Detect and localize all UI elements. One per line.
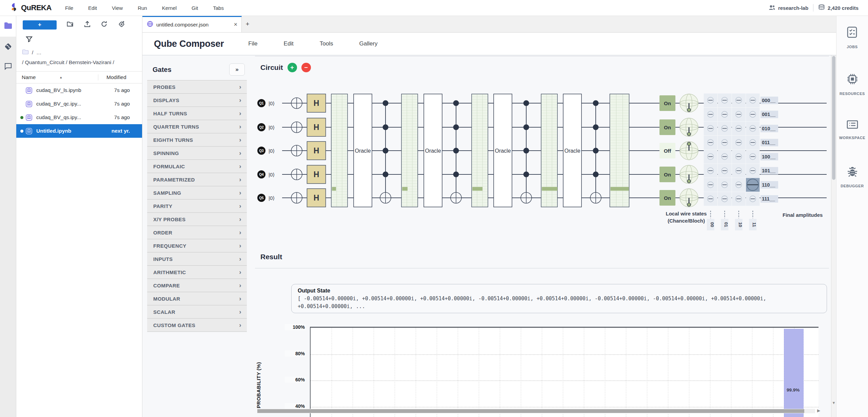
upload-icon[interactable]: [84, 21, 91, 29]
gate-category-order[interactable]: ORDER›: [147, 226, 247, 239]
control-dot[interactable]: [383, 172, 389, 177]
control-dot[interactable]: [593, 172, 599, 177]
gate-category-spinning[interactable]: SPINNING›: [147, 146, 247, 159]
workspace-chip[interactable]: research-lab: [768, 5, 808, 11]
control-dot[interactable]: [524, 100, 529, 106]
horizontal-scrollbar[interactable]: [257, 409, 815, 413]
circuit-canvas[interactable]: Q1|0⟩Q2|0⟩Q3|0⟩Q4|0⟩Q5|0⟩HHHHHOracleOrac…: [255, 80, 829, 239]
gate-category-formulaic[interactable]: FORMULAIC›: [147, 159, 247, 173]
menu-item-file[interactable]: File: [65, 5, 73, 11]
breadcrumb-path[interactable]: / Quantum_Circuit / Bernstein-Vazirani /: [22, 58, 132, 67]
add-qubit-button[interactable]: +: [288, 63, 297, 72]
tab-untitled-composer[interactable]: untitled.composer.json ×: [142, 16, 242, 32]
sidebar-item-resources[interactable]: RESOURCES: [840, 73, 865, 120]
gate-category-inputs[interactable]: INPUTS›: [147, 252, 247, 265]
vertical-scrollbar-thumb[interactable]: [832, 56, 835, 180]
chevron-right-icon: ›: [239, 295, 241, 302]
svg-text:H: H: [314, 99, 319, 108]
gate-category-sampling[interactable]: SAMPLING›: [147, 186, 247, 199]
menu-item-run[interactable]: Run: [138, 5, 147, 11]
control-dot[interactable]: [524, 148, 529, 154]
file-row[interactable]: cudaq_BV_qs.ipy...7s ago: [16, 111, 142, 124]
new-tab-button[interactable]: +: [242, 16, 253, 32]
file-row[interactable]: cudaq_BV_qc.ipy...7s ago: [16, 97, 142, 111]
svg-text:Q5: Q5: [259, 196, 264, 200]
chat-panel-icon[interactable]: [0, 56, 16, 76]
file-browser-icon[interactable]: [4, 22, 13, 31]
gate-category-half-turns[interactable]: HALF TURNS›: [147, 107, 247, 120]
control-dot[interactable]: [383, 148, 389, 154]
breadcrumb-folder-icon[interactable]: [22, 49, 29, 56]
composer-menu-tools[interactable]: Tools: [320, 40, 333, 47]
gridline-vertical: [521, 328, 521, 417]
composer-menu-gallery[interactable]: Gallery: [359, 40, 378, 47]
remove-qubit-button[interactable]: −: [301, 63, 311, 72]
notebook-file-icon: [25, 87, 33, 94]
name-column-label: Name: [22, 74, 36, 80]
refresh-icon[interactable]: [101, 21, 107, 29]
control-dot[interactable]: [524, 172, 529, 177]
control-dot[interactable]: [593, 100, 599, 106]
file-row[interactable]: cudaq_BV_ls.ipynb7s ago: [16, 83, 142, 97]
control-dot[interactable]: [524, 125, 529, 130]
new-folder-icon[interactable]: [67, 21, 74, 29]
control-dot[interactable]: [453, 148, 459, 154]
horizontal-scrollbar-thumb[interactable]: [257, 409, 804, 413]
composer-menu-edit[interactable]: Edit: [284, 40, 294, 47]
file-row[interactable]: Untitled.ipynbnext yr.: [16, 124, 142, 138]
gate-category-custom-gates[interactable]: CUSTOM GATES›: [147, 318, 247, 331]
gate-category-parametrized[interactable]: PARAMETRIZED›: [147, 173, 247, 186]
breadcrumb-root[interactable]: /: [32, 50, 33, 55]
svg-text:H: H: [314, 193, 319, 202]
svg-text:On: On: [664, 100, 671, 106]
credits-chip[interactable]: 2,420 credits: [818, 4, 859, 11]
file-list-header: Name ▲ Modified: [16, 71, 142, 83]
git-init-icon[interactable]: [118, 20, 125, 29]
menu-item-view[interactable]: View: [112, 5, 123, 11]
gate-category-scalar[interactable]: SCALAR›: [147, 305, 247, 318]
menu-item-tabs[interactable]: Tabs: [213, 5, 224, 11]
git-panel-icon[interactable]: [0, 37, 16, 56]
sort-by-modified-header[interactable]: Modified: [98, 74, 142, 80]
composer-menu-file[interactable]: File: [248, 40, 257, 47]
control-dot[interactable]: [453, 125, 459, 130]
control-dot[interactable]: [593, 148, 599, 154]
control-dot[interactable]: [383, 125, 389, 130]
gate-category-modular[interactable]: MODULAR›: [147, 292, 247, 305]
chevron-right-icon: ›: [239, 215, 241, 223]
vertical-scrollbar[interactable]: ▼: [831, 55, 836, 417]
new-launcher-button[interactable]: +: [23, 20, 57, 30]
scroll-down-icon[interactable]: ▼: [831, 401, 836, 405]
gate-category-frequency[interactable]: FREQUENCY›: [147, 239, 247, 252]
gate-category-x-y-probes[interactable]: X/Y PROBES›: [147, 212, 247, 226]
gate-category-compare[interactable]: COMPARE›: [147, 279, 247, 292]
gate-category-label: CUSTOM GATES: [153, 322, 195, 328]
sidebar-item-debugger[interactable]: DEBUGGER: [841, 167, 864, 213]
sidebar-item-workspace[interactable]: WORKSPACE: [839, 120, 865, 167]
final-amplitudes-caption: Final amplitudes: [783, 212, 823, 218]
gate-category-arithmetic[interactable]: ARITHMETIC›: [147, 265, 247, 279]
amplitude-col-label: 01: [724, 222, 729, 227]
gate-category-quarter-turns[interactable]: QUARTER TURNS›: [147, 120, 247, 133]
menu-item-git[interactable]: Git: [192, 5, 198, 11]
gate-category-eighth-turns[interactable]: EIGHTH TURNS›: [147, 133, 247, 146]
scroll-right-icon[interactable]: ▶: [817, 408, 820, 413]
amplitude-row-label: 000__: [762, 98, 776, 103]
breadcrumb-ellipsis[interactable]: …: [36, 50, 41, 55]
gate-category-parity[interactable]: PARITY›: [147, 199, 247, 212]
menu-item-kernel[interactable]: Kernel: [162, 5, 177, 11]
filter-funnel-icon[interactable]: [26, 36, 33, 44]
gate-category-probes[interactable]: PROBES›: [147, 80, 247, 93]
control-dot[interactable]: [383, 100, 389, 106]
tab-close-icon[interactable]: ×: [234, 21, 237, 28]
menu-item-edit[interactable]: Edit: [88, 5, 97, 11]
control-dot[interactable]: [453, 100, 459, 106]
gridline-vertical: [353, 328, 353, 417]
sort-by-name-header[interactable]: Name ▲: [16, 74, 98, 80]
gate-category-displays[interactable]: DISPLAYS›: [147, 93, 247, 107]
file-modified: 7s ago: [110, 87, 142, 93]
sidebar-item-jobs[interactable]: JOBS: [847, 26, 857, 73]
gates-collapse-button[interactable]: »: [229, 63, 245, 76]
control-dot[interactable]: [593, 125, 599, 130]
control-dot[interactable]: [453, 172, 459, 177]
